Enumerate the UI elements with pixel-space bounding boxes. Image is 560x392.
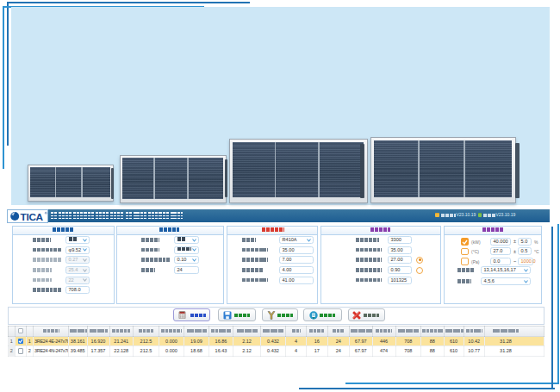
svg-text:TICA: TICA <box>20 210 43 221</box>
